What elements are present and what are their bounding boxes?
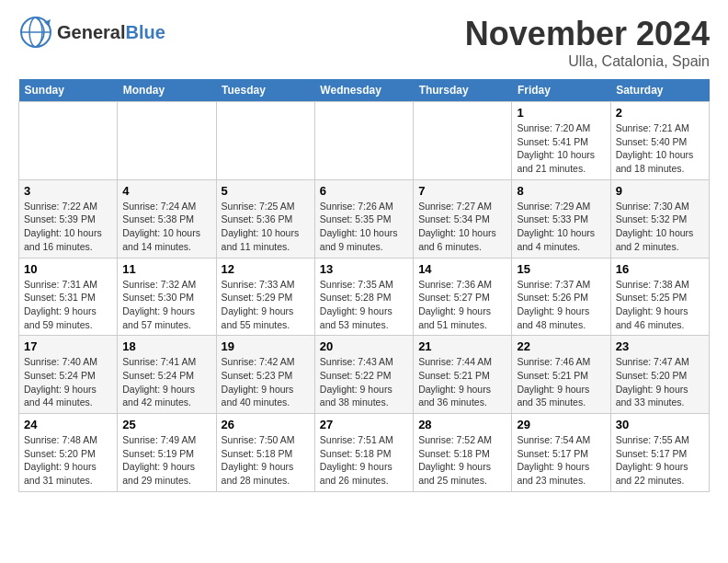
day-info: Sunrise: 7:30 AM Sunset: 5:32 PM Dayligh…: [616, 200, 704, 254]
day-number: 18: [122, 339, 210, 353]
table-row: 4Sunrise: 7:24 AM Sunset: 5:38 PM Daylig…: [118, 179, 216, 258]
table-row: 5Sunrise: 7:25 AM Sunset: 5:36 PM Daylig…: [216, 179, 314, 258]
day-info: Sunrise: 7:26 AM Sunset: 5:35 PM Dayligh…: [320, 200, 408, 254]
logo: GeneralBlue: [18, 15, 165, 50]
day-info: Sunrise: 7:38 AM Sunset: 5:25 PM Dayligh…: [616, 278, 704, 332]
day-number: 25: [122, 418, 210, 431]
header-friday: Friday: [512, 79, 610, 102]
table-row: 23Sunrise: 7:47 AM Sunset: 5:20 PM Dayli…: [610, 336, 709, 414]
table-row: 28Sunrise: 7:52 AM Sunset: 5:18 PM Dayli…: [414, 414, 512, 492]
day-number: 21: [418, 339, 506, 353]
logo-blue: Blue: [125, 22, 165, 42]
table-row: 16Sunrise: 7:38 AM Sunset: 5:25 PM Dayli…: [610, 258, 709, 336]
day-number: 15: [517, 262, 605, 276]
table-row: [314, 102, 413, 180]
table-row: 18Sunrise: 7:41 AM Sunset: 5:24 PM Dayli…: [118, 336, 216, 414]
day-number: 12: [222, 262, 310, 276]
day-number: 4: [122, 184, 210, 198]
weekday-header-row: Sunday Monday Tuesday Wednesday Thursday…: [19, 79, 710, 102]
header-monday: Monday: [118, 79, 216, 102]
table-row: 17Sunrise: 7:40 AM Sunset: 5:24 PM Dayli…: [19, 336, 118, 414]
calendar-row: 10Sunrise: 7:31 AM Sunset: 5:31 PM Dayli…: [19, 258, 710, 336]
day-info: Sunrise: 7:31 AM Sunset: 5:31 PM Dayligh…: [24, 278, 112, 332]
logo-icon: [18, 15, 53, 50]
table-row: 25Sunrise: 7:49 AM Sunset: 5:19 PM Dayli…: [118, 414, 216, 492]
day-info: Sunrise: 7:29 AM Sunset: 5:33 PM Dayligh…: [517, 200, 605, 254]
header-wednesday: Wednesday: [314, 79, 413, 102]
logo-text: GeneralBlue: [57, 22, 165, 42]
day-info: Sunrise: 7:52 AM Sunset: 5:18 PM Dayligh…: [418, 433, 506, 488]
day-info: Sunrise: 7:51 AM Sunset: 5:18 PM Dayligh…: [320, 433, 408, 488]
day-number: 23: [616, 339, 704, 353]
day-number: 1: [517, 106, 605, 120]
day-info: Sunrise: 7:35 AM Sunset: 5:28 PM Dayligh…: [320, 278, 408, 332]
day-info: Sunrise: 7:27 AM Sunset: 5:34 PM Dayligh…: [418, 200, 506, 254]
day-number: 13: [320, 262, 408, 276]
calendar-row: 1Sunrise: 7:20 AM Sunset: 5:41 PM Daylig…: [19, 102, 710, 180]
header-sunday: Sunday: [19, 79, 118, 102]
table-row: 10Sunrise: 7:31 AM Sunset: 5:31 PM Dayli…: [19, 258, 118, 336]
day-number: 29: [517, 418, 605, 431]
day-info: Sunrise: 7:49 AM Sunset: 5:19 PM Dayligh…: [122, 433, 210, 488]
day-number: 26: [222, 418, 310, 431]
day-number: 16: [616, 262, 704, 276]
header: GeneralBlue November 2024 Ulla, Cataloni…: [18, 15, 710, 70]
table-row: [19, 102, 118, 180]
day-info: Sunrise: 7:21 AM Sunset: 5:40 PM Dayligh…: [616, 121, 704, 176]
table-row: 12Sunrise: 7:33 AM Sunset: 5:29 PM Dayli…: [216, 258, 314, 336]
table-row: 30Sunrise: 7:55 AM Sunset: 5:17 PM Dayli…: [610, 414, 709, 492]
day-info: Sunrise: 7:55 AM Sunset: 5:17 PM Dayligh…: [616, 433, 704, 488]
title-section: November 2024 Ulla, Catalonia, Spain: [465, 15, 710, 70]
day-info: Sunrise: 7:41 AM Sunset: 5:24 PM Dayligh…: [122, 355, 210, 409]
table-row: 26Sunrise: 7:50 AM Sunset: 5:18 PM Dayli…: [216, 414, 314, 492]
table-row: [118, 102, 216, 180]
day-info: Sunrise: 7:33 AM Sunset: 5:29 PM Dayligh…: [222, 278, 310, 332]
day-info: Sunrise: 7:22 AM Sunset: 5:39 PM Dayligh…: [24, 200, 112, 254]
day-number: 9: [616, 184, 704, 198]
location: Ulla, Catalonia, Spain: [465, 53, 710, 70]
day-number: 17: [24, 339, 112, 353]
day-number: 19: [222, 339, 310, 353]
table-row: 29Sunrise: 7:54 AM Sunset: 5:17 PM Dayli…: [512, 414, 610, 492]
table-row: [414, 102, 512, 180]
page-container: GeneralBlue November 2024 Ulla, Cataloni…: [0, 0, 728, 507]
month-title: November 2024: [465, 15, 710, 53]
table-row: 9Sunrise: 7:30 AM Sunset: 5:32 PM Daylig…: [610, 179, 709, 258]
day-info: Sunrise: 7:32 AM Sunset: 5:30 PM Dayligh…: [122, 278, 210, 332]
day-info: Sunrise: 7:48 AM Sunset: 5:20 PM Dayligh…: [24, 433, 112, 488]
table-row: 11Sunrise: 7:32 AM Sunset: 5:30 PM Dayli…: [118, 258, 216, 336]
header-tuesday: Tuesday: [216, 79, 314, 102]
day-number: 3: [24, 184, 112, 198]
calendar-row: 3Sunrise: 7:22 AM Sunset: 5:39 PM Daylig…: [19, 179, 710, 258]
table-row: 22Sunrise: 7:46 AM Sunset: 5:21 PM Dayli…: [512, 336, 610, 414]
day-number: 11: [122, 262, 210, 276]
day-info: Sunrise: 7:54 AM Sunset: 5:17 PM Dayligh…: [517, 433, 605, 488]
table-row: 20Sunrise: 7:43 AM Sunset: 5:22 PM Dayli…: [314, 336, 413, 414]
table-row: 19Sunrise: 7:42 AM Sunset: 5:23 PM Dayli…: [216, 336, 314, 414]
table-row: 14Sunrise: 7:36 AM Sunset: 5:27 PM Dayli…: [414, 258, 512, 336]
table-row: [216, 102, 314, 180]
table-row: 13Sunrise: 7:35 AM Sunset: 5:28 PM Dayli…: [314, 258, 413, 336]
table-row: 27Sunrise: 7:51 AM Sunset: 5:18 PM Dayli…: [314, 414, 413, 492]
calendar-table: Sunday Monday Tuesday Wednesday Thursday…: [18, 79, 710, 492]
day-number: 30: [616, 418, 704, 431]
day-info: Sunrise: 7:50 AM Sunset: 5:18 PM Dayligh…: [222, 433, 310, 488]
day-info: Sunrise: 7:37 AM Sunset: 5:26 PM Dayligh…: [517, 278, 605, 332]
day-number: 8: [517, 184, 605, 198]
day-info: Sunrise: 7:47 AM Sunset: 5:20 PM Dayligh…: [616, 355, 704, 409]
day-number: 24: [24, 418, 112, 431]
day-info: Sunrise: 7:42 AM Sunset: 5:23 PM Dayligh…: [222, 355, 310, 409]
table-row: 6Sunrise: 7:26 AM Sunset: 5:35 PM Daylig…: [314, 179, 413, 258]
day-number: 5: [222, 184, 310, 198]
table-row: 7Sunrise: 7:27 AM Sunset: 5:34 PM Daylig…: [414, 179, 512, 258]
header-saturday: Saturday: [610, 79, 709, 102]
day-info: Sunrise: 7:24 AM Sunset: 5:38 PM Dayligh…: [122, 200, 210, 254]
day-number: 2: [616, 106, 704, 120]
logo-general: General: [57, 22, 125, 42]
day-info: Sunrise: 7:36 AM Sunset: 5:27 PM Dayligh…: [418, 278, 506, 332]
header-thursday: Thursday: [414, 79, 512, 102]
day-number: 6: [320, 184, 408, 198]
day-info: Sunrise: 7:20 AM Sunset: 5:41 PM Dayligh…: [517, 121, 605, 176]
day-number: 28: [418, 418, 506, 431]
day-number: 27: [320, 418, 408, 431]
